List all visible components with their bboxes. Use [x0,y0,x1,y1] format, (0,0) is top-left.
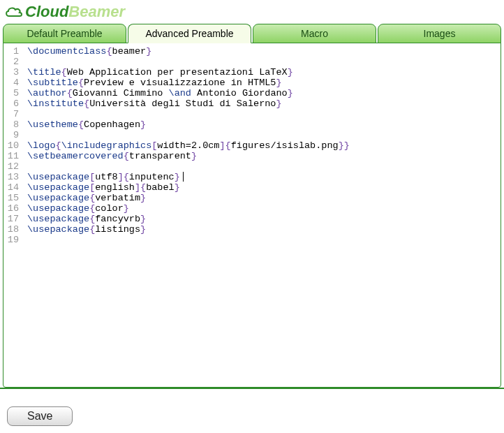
code-line [27,235,498,245]
line-number: 6 [3,98,19,109]
code-line: \usepackage[utf8]{inputenc} [27,172,498,182]
line-number: 13 [3,172,19,182]
code-line: \usepackage{verbatim} [27,193,498,203]
line-number: 11 [3,151,19,161]
line-number: 3 [3,67,19,78]
app-title: CloudBeamer [25,3,125,21]
line-number: 16 [3,203,19,214]
code-line: \setbeamercovered{transparent} [27,151,498,161]
code-line: \usepackage{listings} [27,224,498,235]
code-line: \usetheme{Copenhagen} [27,119,498,130]
line-number-gutter: 12345678910111213141516171819 [3,43,22,387]
code-line [27,109,498,119]
code-line: \institute{Università degli Studi di Sal… [27,98,498,109]
line-number: 4 [3,78,19,88]
code-line [27,57,498,67]
code-line: \subtitle{Preview e visualizzazione in H… [27,78,498,88]
tab-bar: Default Preamble Advanced Preamble Macro… [0,24,504,43]
line-number: 18 [3,224,19,235]
code-line: \documentclass{beamer} [27,46,498,57]
code-line: \usepackage{fancyvrb} [27,214,498,224]
line-number: 7 [3,109,19,119]
tab-advanced-preamble[interactable]: Advanced Preamble [128,24,251,43]
line-number: 5 [3,88,19,98]
tab-default-preamble[interactable]: Default Preamble [3,24,126,43]
line-number: 10 [3,140,19,151]
tab-macro[interactable]: Macro [253,24,376,43]
tab-images[interactable]: Images [378,24,501,43]
code-line: \usepackage{color} [27,203,498,214]
line-number: 9 [3,130,19,140]
line-number: 14 [3,182,19,193]
footer: Save [7,406,73,426]
editor-panel: 12345678910111213141516171819 \documentc… [3,43,501,388]
code-line: \usepackage[english]{babel} [27,182,498,193]
line-number: 8 [3,119,19,130]
cloud-icon [4,5,24,19]
code-line: \title{Web Application per presentazioni… [27,67,498,78]
line-number: 15 [3,193,19,203]
line-number: 2 [3,57,19,67]
save-button[interactable]: Save [7,406,73,426]
code-line [27,161,498,172]
code-area[interactable]: \documentclass{beamer} \title{Web Applic… [22,43,501,387]
line-number: 1 [3,46,19,57]
code-line [27,130,498,140]
line-number: 17 [3,214,19,224]
line-number: 12 [3,161,19,172]
line-number: 19 [3,235,19,245]
divider [0,388,504,389]
code-editor[interactable]: 12345678910111213141516171819 \documentc… [3,43,501,387]
text-cursor [183,172,184,182]
app-logo: CloudBeamer [0,0,504,24]
code-line: \logo{\includegraphics[width=2.0cm]{figu… [27,140,498,151]
code-line: \author{Giovanni Cimmino \and Antonio Gi… [27,88,498,98]
